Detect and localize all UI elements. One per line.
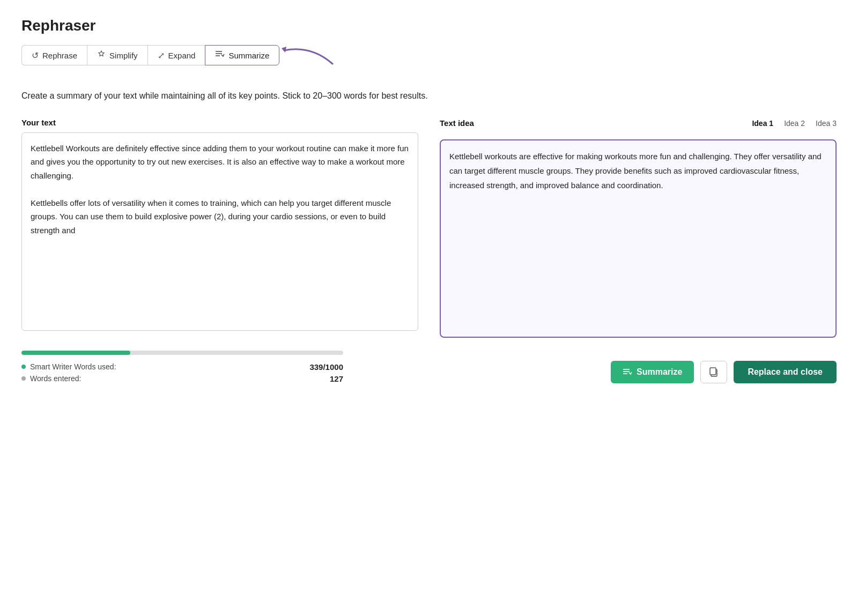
- svg-marker-3: [282, 47, 286, 53]
- expand-icon: ⤢: [158, 50, 165, 61]
- your-text-label: Your text: [21, 118, 418, 127]
- tab-summarize[interactable]: Summarize: [205, 45, 279, 65]
- summarize-button[interactable]: Summarize: [611, 361, 694, 383]
- idea-tabs-container: Idea 1 Idea 2 Idea 3: [752, 118, 837, 129]
- stat-words-entered-label: Words entered:: [30, 374, 81, 383]
- bar-track: [21, 351, 343, 355]
- tab-simplify[interactable]: Simplify: [87, 45, 147, 65]
- page-title: Rephraser: [21, 17, 837, 34]
- your-text-column: Your text: [21, 118, 418, 338]
- idea-tab-1[interactable]: Idea 1: [752, 118, 773, 129]
- bottom-row: Smart Writer Words used: 339/1000 Words …: [21, 351, 837, 383]
- stat-words-used: Smart Writer Words used: 339/1000: [21, 362, 343, 372]
- arrow-decoration: [279, 34, 343, 66]
- text-idea-header: Text idea Idea 1 Idea 2 Idea 3: [440, 118, 837, 134]
- idea-tab-3[interactable]: Idea 3: [816, 118, 837, 129]
- mode-tabs: ↺ Rephrase Simplify ⤢ Expand: [21, 45, 279, 65]
- word-count-bar: [21, 351, 343, 355]
- stat-words-entered-value: 127: [330, 374, 343, 383]
- text-idea-column: Text idea Idea 1 Idea 2 Idea 3 Kettlebel…: [440, 118, 837, 338]
- dot-gray: [21, 376, 26, 381]
- stat-words-used-value: 339/1000: [309, 362, 343, 372]
- description-text: Create a summary of your text while main…: [21, 89, 440, 103]
- main-columns: Your text Text idea Idea 1 Idea 2 Idea 3…: [21, 118, 837, 338]
- text-idea-label: Text idea: [440, 118, 474, 128]
- stat-words-entered: Words entered: 127: [21, 374, 343, 383]
- rephrase-icon: ↺: [32, 50, 39, 61]
- action-buttons: Summarize Replace and close: [611, 359, 837, 383]
- idea-tab-2[interactable]: Idea 2: [784, 118, 805, 129]
- summarize-btn-icon: [623, 368, 632, 376]
- replace-and-close-button[interactable]: Replace and close: [734, 361, 837, 383]
- summarize-icon: [215, 50, 225, 61]
- idea-content-box: Kettlebell workouts are effective for ma…: [440, 139, 837, 338]
- bar-fill: [21, 351, 130, 355]
- svg-rect-8: [710, 368, 716, 375]
- tab-rephrase[interactable]: ↺ Rephrase: [21, 45, 87, 65]
- simplify-icon: [97, 50, 106, 61]
- stats-section: Smart Writer Words used: 339/1000 Words …: [21, 351, 343, 383]
- copy-button[interactable]: [700, 361, 727, 383]
- stats-list: Smart Writer Words used: 339/1000 Words …: [21, 362, 343, 383]
- copy-icon: [708, 367, 719, 377]
- stat-words-used-label: Smart Writer Words used:: [30, 362, 116, 371]
- tab-expand[interactable]: ⤢ Expand: [147, 45, 205, 65]
- dot-green: [21, 365, 26, 369]
- your-text-input[interactable]: [21, 132, 418, 331]
